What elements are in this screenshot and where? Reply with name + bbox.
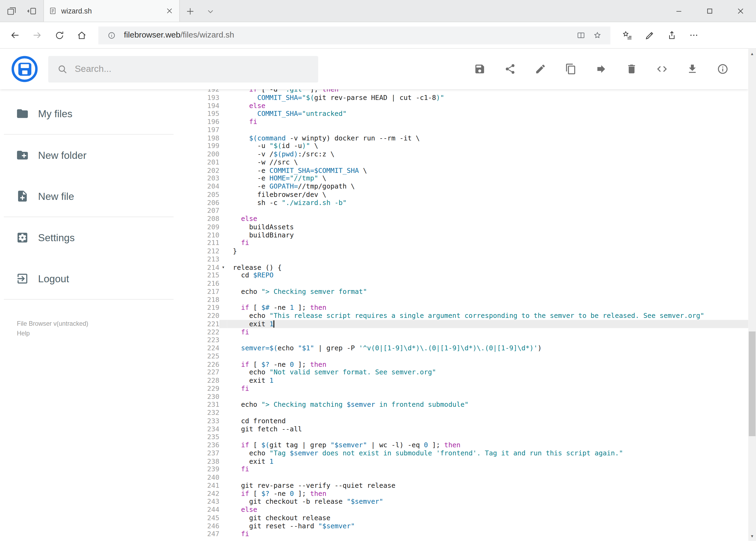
tab-preview-button[interactable] <box>3 2 20 19</box>
reading-view-button[interactable] <box>573 27 589 44</box>
code-line[interactable]: 208 else <box>195 215 748 223</box>
raw-code-button[interactable] <box>655 63 668 75</box>
code-line[interactable]: 243 git checkout -b release "$semver" <box>195 497 748 506</box>
browser-tab[interactable]: wizard.sh <box>44 0 180 22</box>
tab-close-button[interactable] <box>164 6 174 16</box>
site-info-button[interactable] <box>103 27 120 44</box>
code-line[interactable]: 226 if [ $? -ne 0 ]; then <box>195 360 748 368</box>
help-link[interactable]: Help <box>17 329 195 338</box>
code-line[interactable]: 239 fi <box>195 465 748 473</box>
code-line[interactable]: 235 <box>195 433 748 441</box>
hub-favorites-button[interactable] <box>616 25 638 46</box>
code-line[interactable]: 240 <box>195 473 748 481</box>
fold-marker-icon[interactable]: ▾ <box>219 263 227 271</box>
code-line[interactable]: 219 if [ $# -ne 1 ]; then <box>195 303 748 312</box>
add-favorite-button[interactable] <box>589 27 606 44</box>
code-line[interactable]: 242 if [ $? -ne 0 ]; then <box>195 489 748 497</box>
code-line[interactable]: 227 echo "Not valid semver format. See s… <box>195 368 748 376</box>
code-line[interactable]: 214▾release () { <box>195 263 748 271</box>
code-line[interactable]: 199 -u "$(id -u)" \ <box>195 142 748 150</box>
code-line[interactable]: 213 <box>195 255 748 264</box>
move-button[interactable] <box>595 63 607 75</box>
filebrowser-logo[interactable] <box>12 56 38 82</box>
code-line[interactable]: 234 git fetch --all <box>195 425 748 433</box>
code-line[interactable]: 237 echo "Tag $semver does not exist in … <box>195 449 748 457</box>
code-line[interactable]: 204 -e GOPATH=//tmp/gopath \ <box>195 182 748 191</box>
code-line[interactable]: 225 <box>195 352 748 360</box>
delete-button[interactable] <box>626 63 638 75</box>
code-line[interactable]: 244 else <box>195 506 748 514</box>
code-line[interactable]: 232 <box>195 409 748 417</box>
copy-button[interactable] <box>565 63 577 75</box>
tab-list-button[interactable] <box>200 0 220 22</box>
code-line[interactable]: 207 <box>195 207 748 215</box>
code-line[interactable]: 210 buildBinary <box>195 231 748 239</box>
scroll-down-arrow-icon[interactable]: ▼ <box>748 532 756 540</box>
scroll-up-arrow-icon[interactable]: ▲ <box>748 50 756 58</box>
code-line[interactable]: 231 echo "> Checking matching $semver in… <box>195 400 748 409</box>
code-line[interactable]: 230 <box>195 392 748 400</box>
code-line[interactable]: 216 <box>195 279 748 287</box>
sidebar-item-settings[interactable]: Settings <box>0 217 195 258</box>
code-line[interactable]: 215 cd $REPO <box>195 271 748 279</box>
code-line[interactable]: 220 echo "This release script requires a… <box>195 312 748 320</box>
minimize-button[interactable] <box>663 0 694 22</box>
code-line[interactable]: 193 COMMIT_SHA="$(git rev-parse HEAD | c… <box>195 94 748 102</box>
code-line[interactable]: 245 git checkout release <box>195 514 748 522</box>
code-line[interactable]: 197 <box>195 126 748 134</box>
code-line[interactable]: 228 exit 1 <box>195 376 748 384</box>
code-line[interactable]: 236 if [ $(git tag | grep "$semver" | wc… <box>195 441 748 449</box>
code-line[interactable]: 202 -e COMMIT_SHA=$COMMIT_SHA \ <box>195 166 748 174</box>
code-line[interactable]: 212} <box>195 247 748 255</box>
code-line[interactable]: 223 <box>195 336 748 344</box>
code-line[interactable]: 217 echo "> Checking semver format" <box>195 287 748 295</box>
rename-button[interactable] <box>534 63 547 75</box>
code-line[interactable]: 196 fi <box>195 118 748 126</box>
save-button[interactable] <box>473 63 486 75</box>
share-file-button[interactable] <box>504 63 516 75</box>
forward-button[interactable] <box>26 25 48 46</box>
info-button[interactable] <box>717 63 729 75</box>
code-line[interactable]: 211 fi <box>195 239 748 247</box>
sidebar-item-new-file[interactable]: New file <box>0 176 195 217</box>
code-line[interactable]: 247 fi <box>195 530 748 538</box>
code-line[interactable]: 195 COMMIT_SHA="untracked" <box>195 110 748 118</box>
code-line[interactable]: 238 exit 1 <box>195 457 748 465</box>
code-line[interactable]: 246 git reset --hard "$semver" <box>195 522 748 530</box>
code-line[interactable]: 203 -e HOME="//tmp" \ <box>195 174 748 182</box>
maximize-button[interactable] <box>694 0 725 22</box>
share-button[interactable] <box>660 25 682 46</box>
set-tabs-aside-button[interactable] <box>23 2 41 19</box>
download-button[interactable] <box>686 63 698 75</box>
refresh-button[interactable] <box>48 25 71 46</box>
code-line[interactable]: 200 -v /$(pwd):/src:z \ <box>195 150 748 158</box>
code-line[interactable]: 224 semver=$(echo "$1" | grep -P '^v(0|[… <box>195 344 748 352</box>
code-line[interactable]: 194 else <box>195 102 748 110</box>
code-line[interactable]: 241 git rev-parse --verify --quiet relea… <box>195 481 748 489</box>
code-line[interactable]: 229 fi <box>195 384 748 392</box>
sidebar-item-new-folder[interactable]: New folder <box>0 135 195 176</box>
code-line[interactable]: 198 $(command -v winpty) docker run --rm… <box>195 134 748 142</box>
sidebar-item-my-files[interactable]: My files <box>0 93 195 134</box>
code-line[interactable]: 205 filebrowser/dev \ <box>195 191 748 199</box>
code-line[interactable]: 201 -w //src \ <box>195 158 748 166</box>
code-line[interactable]: 221 exit 1 <box>195 320 748 328</box>
code-editor[interactable]: 192 if [ -d ".git" ]; then193 COMMIT_SHA… <box>195 89 748 541</box>
code-line[interactable]: 222 fi <box>195 328 748 336</box>
code-line[interactable]: 218 <box>195 295 748 303</box>
code-line[interactable]: 233 cd frontend <box>195 417 748 425</box>
code-line[interactable]: 209 buildAssets <box>195 223 748 231</box>
sidebar-item-logout[interactable]: Logout <box>0 258 195 299</box>
code-line[interactable]: 192 if [ -d ".git" ]; then <box>195 89 748 94</box>
address-bar[interactable]: filebrowser.web/files/wizard.sh <box>98 26 610 44</box>
home-button[interactable] <box>71 25 93 46</box>
back-button[interactable] <box>4 25 26 46</box>
page-scrollbar[interactable]: ▲ ▼ <box>748 49 756 541</box>
web-note-button[interactable] <box>638 25 660 46</box>
new-tab-button[interactable] <box>180 0 200 22</box>
code-line[interactable]: 206 sh -c "./wizard.sh -b" <box>195 199 748 207</box>
more-menu-button[interactable] <box>682 25 705 46</box>
scrollbar-thumb[interactable] <box>749 331 755 436</box>
close-window-button[interactable] <box>725 0 756 22</box>
search-input[interactable]: Search... <box>48 56 318 82</box>
